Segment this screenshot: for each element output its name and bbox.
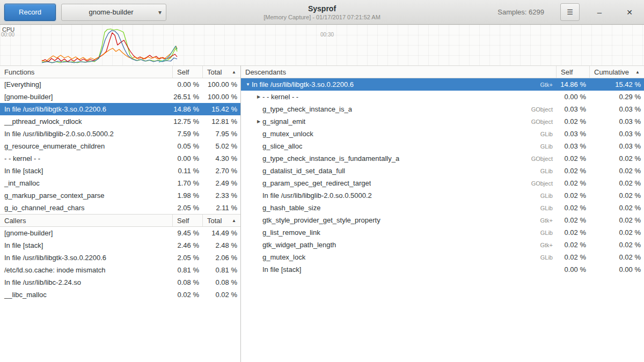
- column-header-cumulative[interactable]: Cumulative ▲: [589, 66, 644, 78]
- function-name: g_mutex_lock: [262, 253, 305, 261]
- process-selector[interactable]: gnome-builder ▾: [61, 4, 166, 21]
- total-percent: 7.95 %: [202, 130, 240, 138]
- self-percent: 0.03 %: [556, 130, 589, 138]
- table-row[interactable]: g_mutex_unlockGLib0.03 %0.03 %: [241, 128, 644, 140]
- descendant-name-cell: ▶- - kernel - -: [241, 91, 556, 103]
- table-row[interactable]: gtk_widget_path_lengthGtk+0.02 %0.02 %: [241, 239, 644, 251]
- self-percent: 0.02 %: [556, 117, 589, 125]
- table-row[interactable]: In file /usr/lib/libglib-2.0.so.0.5000.2…: [241, 189, 644, 202]
- self-percent: 2.05 %: [172, 254, 202, 262]
- column-header-descendants[interactable]: Descendants: [241, 66, 556, 78]
- library-tag: Gtk+: [535, 82, 556, 88]
- function-name: /etc/ld.so.cache: inode mismatch: [0, 266, 172, 274]
- function-name: g_datalist_id_set_data_full: [262, 167, 345, 175]
- column-header-functions[interactable]: Functions: [0, 66, 172, 78]
- descendant-name-cell: g_list_remove_linkGLib: [241, 226, 556, 239]
- column-header-callers[interactable]: Callers: [0, 215, 172, 226]
- table-row[interactable]: __libc_malloc0.02 %0.02 %: [0, 289, 240, 301]
- self-percent: 26.51 %: [172, 93, 202, 101]
- function-name: g_mutex_unlock: [262, 130, 313, 138]
- cpu-timeline-graph[interactable]: CPU 00:0000:30: [0, 25, 644, 65]
- record-button[interactable]: Record: [4, 4, 56, 21]
- descendant-name-cell: ▼In file /usr/lib/libgtk-3.so.0.2200.6Gt…: [241, 78, 556, 91]
- table-row[interactable]: ▼In file /usr/lib/libgtk-3.so.0.2200.6Gt…: [241, 78, 644, 91]
- function-name: gtk_style_provider_get_style_property: [262, 216, 380, 224]
- total-percent: 4.30 %: [202, 154, 240, 162]
- table-row[interactable]: g_param_spec_get_redirect_targetGObject0…: [241, 177, 644, 189]
- column-header-total[interactable]: Total ▲: [202, 215, 240, 226]
- total-percent: 15.42 %: [202, 105, 240, 113]
- table-row[interactable]: [gnome-builder]9.45 %14.49 %: [0, 227, 240, 239]
- column-header-self[interactable]: Self: [172, 215, 202, 226]
- column-header-total[interactable]: Total ▲: [202, 66, 240, 78]
- total-percent: 2.06 %: [202, 254, 240, 262]
- table-row[interactable]: /etc/ld.so.cache: inode mismatch0.81 %0.…: [0, 264, 240, 276]
- expander-closed-icon[interactable]: ▶: [255, 94, 262, 99]
- self-percent: 0.03 %: [556, 142, 589, 150]
- function-name: [gnome-builder]: [0, 229, 172, 237]
- table-row[interactable]: g_resource_enumerate_children0.05 %5.02 …: [0, 140, 240, 152]
- table-row[interactable]: g_slice_allocGLib0.03 %0.03 %: [241, 140, 644, 152]
- table-row[interactable]: g_mutex_lockGLib0.02 %0.02 %: [241, 251, 644, 263]
- cumulative-percent: 0.00 %: [589, 265, 644, 274]
- function-name: g_type_check_instance_is_fundamentally_a: [262, 154, 399, 162]
- table-row[interactable]: [gnome-builder]26.51 %100.00 %: [0, 91, 240, 103]
- function-name: In file /usr/lib/libc-2.24.so: [0, 278, 172, 286]
- cumulative-percent: 0.02 %: [589, 216, 644, 224]
- self-percent: 0.02 %: [556, 154, 589, 162]
- cumulative-percent: 0.03 %: [589, 142, 644, 150]
- self-percent: 0.02 %: [556, 191, 589, 200]
- self-percent: 0.02 %: [556, 216, 589, 224]
- self-percent: 0.02 %: [556, 167, 589, 175]
- table-row[interactable]: - - kernel - -0.00 %4.30 %: [0, 152, 240, 165]
- table-row[interactable]: g_hash_table_sizeGLib0.02 %0.02 %: [241, 202, 644, 214]
- library-tag: GObject: [526, 180, 556, 187]
- library-tag: Gtk+: [535, 217, 556, 224]
- table-row[interactable]: g_type_check_instance_is_fundamentally_a…: [241, 152, 644, 165]
- table-row[interactable]: ▶g_signal_emitGObject0.02 %0.03 %: [241, 115, 644, 128]
- table-row[interactable]: In file [stack]0.00 %0.00 %: [241, 263, 644, 276]
- column-header-self[interactable]: Self: [556, 66, 589, 78]
- library-tag: GObject: [526, 156, 556, 162]
- table-row[interactable]: g_markup_parse_context_parse1.98 %2.33 %: [0, 189, 240, 202]
- expander-closed-icon[interactable]: ▶: [255, 119, 262, 124]
- table-row[interactable]: g_io_channel_read_chars2.05 %2.11 %: [0, 202, 240, 214]
- table-row[interactable]: gtk_style_provider_get_style_propertyGtk…: [241, 214, 644, 226]
- table-row[interactable]: In file /usr/lib/libgtk-3.so.0.2200.62.0…: [0, 252, 240, 264]
- window-title-box: Sysprof [Memory Capture] - 01/17/2017 07…: [264, 4, 380, 20]
- expander-open-icon[interactable]: ▼: [244, 82, 252, 87]
- cpu-line-red: [42, 33, 177, 62]
- close-button[interactable]: ✕: [621, 4, 638, 20]
- descendant-name-cell: g_mutex_lockGLib: [241, 251, 556, 263]
- left-pane: Functions Self Total ▲ [Everything]0.00 …: [0, 65, 241, 362]
- sort-indicator-icon: ▲: [232, 70, 236, 75]
- minimize-button[interactable]: –: [591, 4, 608, 20]
- total-percent: 0.02 %: [202, 291, 240, 299]
- descendant-name-cell: In file [stack]: [241, 263, 556, 276]
- table-row[interactable]: In file [stack]0.11 %2.70 %: [0, 165, 240, 177]
- library-tag: GLib: [535, 205, 556, 211]
- menu-button[interactable]: ☰: [560, 3, 580, 21]
- column-header-self[interactable]: Self: [172, 66, 202, 78]
- table-row[interactable]: In file /usr/lib/libgtk-3.so.0.2200.614.…: [0, 103, 240, 115]
- table-row[interactable]: [Everything]0.00 %100.00 %: [0, 78, 240, 91]
- self-percent: 9.45 %: [172, 229, 202, 237]
- table-row[interactable]: _int_malloc1.70 %2.49 %: [0, 177, 240, 189]
- table-row[interactable]: In file /usr/lib/libc-2.24.so0.08 %0.08 …: [0, 276, 240, 289]
- table-row[interactable]: __pthread_rwlock_rdlock12.75 %12.81 %: [0, 115, 240, 128]
- self-percent: 2.05 %: [172, 204, 202, 212]
- self-percent: 0.03 %: [556, 105, 589, 113]
- table-row[interactable]: g_list_remove_linkGLib0.02 %0.02 %: [241, 226, 644, 239]
- cumulative-percent: 0.02 %: [589, 167, 644, 175]
- table-row[interactable]: In file /usr/lib/libglib-2.0.so.0.5000.2…: [0, 128, 240, 140]
- self-percent: 0.02 %: [556, 241, 589, 249]
- header-right-cluster: Samples: 6299 ☰ – ✕: [497, 3, 640, 21]
- table-row[interactable]: In file [stack]2.46 %2.48 %: [0, 239, 240, 252]
- table-row[interactable]: g_datalist_id_set_data_fullGLib0.02 %0.0…: [241, 165, 644, 177]
- cumulative-percent: 0.02 %: [589, 204, 644, 212]
- cpu-line-blue: [42, 31, 177, 63]
- column-header-label: Total: [207, 217, 222, 225]
- table-row[interactable]: g_type_check_instance_is_aGObject0.03 %0…: [241, 103, 644, 115]
- descendant-name-cell: In file /usr/lib/libglib-2.0.so.0.5000.2…: [241, 189, 556, 202]
- table-row[interactable]: ▶- - kernel - -0.00 %0.29 %: [241, 91, 644, 103]
